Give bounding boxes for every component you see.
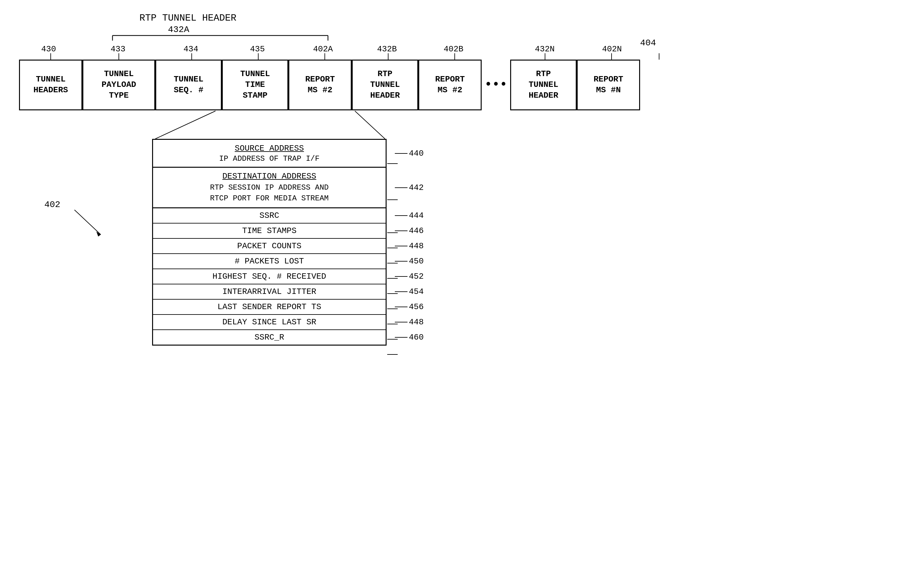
ref-434: 434 [183, 45, 199, 54]
detail-row-timestamps: TIME STAMPS 446 [153, 224, 386, 239]
ref-450: 450 [395, 256, 424, 266]
ref-448a: 448 [395, 241, 424, 251]
sublabel-dest-address: RTP SESSION IP ADDRESS ANDRTCP PORT FOR … [158, 182, 380, 204]
detail-row-last-sender: LAST SENDER REPORT TS 456 [153, 299, 386, 315]
cell-432N: RTPTUNNELHEADER [510, 60, 577, 110]
ref-432N: 432N [535, 45, 554, 54]
ref-402N: 402N [602, 45, 622, 54]
cell-402B: REPORTMS #2 [418, 60, 482, 110]
svg-line-14 [355, 111, 385, 139]
label-dest-address: DESTINATION ADDRESS [158, 171, 380, 181]
cell-430: TUNNELHEADERS [19, 60, 82, 110]
cell-434: TUNNELSEQ. # [155, 60, 222, 110]
cell-dots: ••• [482, 60, 510, 110]
ref-448b: 448 [395, 317, 424, 327]
detail-row-jitter: INTERARRIVAL JITTER 454 [153, 284, 386, 299]
ref-452: 452 [395, 272, 424, 281]
detail-section-442: DESTINATION ADDRESS RTP SESSION IP ADDRE… [153, 168, 386, 208]
ref-402A: 402A [313, 45, 333, 54]
ref-444: 444 [395, 211, 424, 220]
ref-454: 454 [395, 287, 424, 296]
ref-402B: 402B [444, 45, 463, 54]
detail-row-ssrc-r: SSRC_R 460 [153, 330, 386, 345]
cell-433: TUNNELPAYLOADTYPE [82, 60, 155, 110]
ref-430: 430 [41, 45, 56, 54]
detail-row-delay-sr: DELAY SINCE LAST SR 448 [153, 315, 386, 330]
cell-402A: REPORTMS #2 [288, 60, 352, 110]
ref-446: 446 [395, 226, 424, 236]
ref-433: 433 [111, 45, 125, 54]
packet-row: TUNNELHEADERS TUNNELPAYLOADTYPE TUNNELSE… [19, 60, 640, 110]
rtp-tunnel-header-label: RTP TUNNEL HEADER [139, 13, 236, 23]
label-source-address: SOURCE ADDRESS [158, 144, 380, 153]
detail-section-440: SOURCE ADDRESS IP ADDRESS OF TRAP I/F 44… [153, 140, 386, 168]
ref-404: 404 [640, 38, 656, 48]
ref-435: 435 [250, 45, 265, 54]
detail-row-packet-counts: PACKET COUNTS 448 [153, 239, 386, 254]
svg-line-15 [74, 210, 101, 235]
detail-row-packets-lost: # PACKETS LOST 450 [153, 254, 386, 269]
ref-460: 460 [395, 333, 424, 342]
svg-line-13 [155, 111, 216, 139]
cell-435: TUNNELTIMESTAMP [222, 60, 288, 110]
cell-432B: RTPTUNNELHEADER [352, 60, 418, 110]
detail-row-highest-seq: HIGHEST SEQ. # RECEIVED 452 [153, 269, 386, 284]
rtp-tunnel-header-id: 432A [168, 25, 189, 35]
detail-box: SOURCE ADDRESS IP ADDRESS OF TRAP I/F 44… [152, 139, 387, 346]
detail-row-ssrc: SSRC 444 [153, 208, 386, 224]
ref-432B: 432B [377, 45, 397, 54]
sublabel-source-address: IP ADDRESS OF TRAP I/F [158, 154, 380, 163]
ref-456: 456 [395, 302, 424, 312]
ref-440: 440 [395, 149, 424, 158]
label-402: 402 [45, 200, 60, 210]
svg-marker-16 [96, 231, 101, 236]
ref-442: 442 [395, 183, 424, 193]
cell-402N: REPORTMS #N [577, 60, 640, 110]
